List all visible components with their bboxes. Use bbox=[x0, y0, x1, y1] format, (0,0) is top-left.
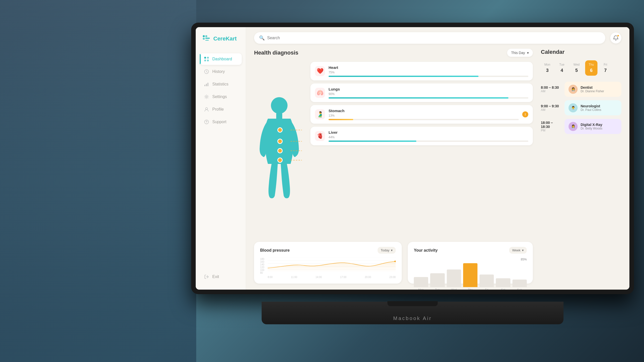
laptop-bezel: CereKart D bbox=[191, 23, 634, 294]
svg-point-24 bbox=[278, 158, 282, 162]
cal-day-tue[interactable]: Tue 4 bbox=[556, 60, 568, 76]
activity-title: Your activity bbox=[414, 248, 438, 253]
act-label-mon: Mon bbox=[418, 288, 424, 290]
bp-x-1400: 14:00 bbox=[315, 276, 322, 279]
appointment-dentist: 8:00 – 8:30 AM 👩‍⚕️ Dentist Dr. Dianne F… bbox=[541, 82, 621, 97]
search-input[interactable] bbox=[267, 36, 600, 40]
organ-card-lungs: 🫁 Lungs 90% bbox=[310, 83, 533, 102]
heart-bar bbox=[329, 76, 528, 77]
stomach-bar bbox=[329, 119, 519, 120]
activity-bars: Mon Tue We bbox=[414, 263, 527, 290]
laptop-notch bbox=[387, 301, 438, 306]
history-icon bbox=[204, 69, 209, 74]
header: 🔍 bbox=[246, 27, 629, 49]
act-label-tue: Tue bbox=[435, 288, 440, 290]
act-bar-col-sat: Sat bbox=[496, 263, 510, 290]
logo-icon bbox=[202, 34, 211, 43]
health-section-header: Health diagnosis This Day ▾ bbox=[254, 49, 533, 57]
app-container: CereKart D bbox=[196, 27, 629, 290]
appt-time-period-neurologist: AM bbox=[541, 108, 561, 112]
bp-y-120: 120 bbox=[260, 266, 267, 269]
diagnosis-content: ❤️ Heart 75% bbox=[254, 62, 533, 236]
bp-svg bbox=[268, 258, 396, 273]
bp-title: Blood pressure bbox=[260, 248, 290, 253]
appt-time-neurologist: 9:00 – 9:30 AM bbox=[541, 104, 561, 112]
bp-filter[interactable]: Today ▾ bbox=[378, 247, 396, 254]
exit-icon bbox=[204, 274, 209, 280]
act-bar-fri bbox=[479, 275, 494, 287]
bp-y-80: 80 bbox=[260, 272, 267, 274]
act-label-wed: Wed bbox=[451, 288, 457, 290]
content-area: Health diagnosis This Day ▾ bbox=[246, 49, 629, 290]
svg-point-2 bbox=[203, 38, 205, 40]
svg-rect-7 bbox=[204, 60, 206, 61]
cal-day-fri[interactable]: Fri 7 bbox=[599, 60, 612, 76]
bp-y-160: 160 bbox=[260, 260, 267, 263]
bottom-charts: Blood pressure Today ▾ bbox=[254, 236, 533, 284]
liver-info: Liver 44% bbox=[329, 130, 528, 142]
svg-point-22 bbox=[278, 139, 282, 144]
heart-pct: 75% bbox=[329, 71, 528, 74]
day-selector[interactable]: This Day ▾ bbox=[507, 49, 533, 57]
lungs-info: Lungs 90% bbox=[329, 87, 528, 99]
sidebar-item-statistics[interactable]: Statistics bbox=[200, 78, 242, 90]
liver-bar-fill bbox=[329, 141, 416, 142]
notification-button[interactable] bbox=[610, 32, 621, 43]
appt-card-neurologist: 👨‍⚕️ Neurologist Dr. Paul Collins bbox=[565, 100, 621, 115]
sidebar-item-history[interactable]: History bbox=[200, 66, 242, 77]
bp-y-100: 100 bbox=[260, 269, 267, 272]
liver-bar bbox=[329, 141, 528, 142]
bp-x-axis: 8:00 11:00 14:00 17:00 20:00 23:00 bbox=[268, 276, 396, 279]
cal-day-name-mon: Mon bbox=[544, 63, 550, 66]
stomach-pct: 13% bbox=[329, 114, 519, 117]
cal-day-mon[interactable]: Mon 3 bbox=[541, 60, 554, 76]
sidebar: CereKart D bbox=[196, 27, 246, 290]
calendar-section: Calendar Mon 3 Tue 4 bbox=[541, 49, 621, 284]
act-bar-col-wed: Wed bbox=[447, 263, 461, 290]
svg-point-0 bbox=[203, 35, 205, 37]
sidebar-item-profile[interactable]: Profile bbox=[200, 104, 242, 115]
appt-time-period-dentist: AM bbox=[541, 89, 561, 93]
body-figure bbox=[254, 62, 304, 236]
sidebar-label-profile: Profile bbox=[212, 107, 224, 112]
nav-items: Dashboard History bbox=[200, 53, 242, 271]
laptop-screen: CereKart D bbox=[196, 27, 629, 290]
sidebar-item-dashboard[interactable]: Dashboard bbox=[200, 53, 242, 65]
dashboard-icon bbox=[204, 56, 209, 62]
stomach-name: Stomach bbox=[329, 109, 519, 113]
calendar-days: Mon 3 Tue 4 Wed 5 bbox=[541, 60, 621, 76]
svg-rect-3 bbox=[205, 38, 210, 39]
organ-card-heart: ❤️ Heart 75% bbox=[310, 62, 533, 80]
activity-chart-area: 85% Mon Tue bbox=[414, 258, 527, 290]
sidebar-label-support: Support bbox=[212, 120, 226, 124]
sidebar-item-support[interactable]: Support bbox=[200, 116, 242, 128]
cal-day-num-thu: 6 bbox=[590, 68, 592, 73]
act-bar-col-tue: Tue bbox=[430, 263, 445, 290]
appointment-neurologist: 9:00 – 9:30 AM 👨‍⚕️ Neurologist Dr. Paul… bbox=[541, 100, 621, 115]
sidebar-item-settings[interactable]: Settings bbox=[200, 91, 242, 103]
liver-name: Liver bbox=[329, 130, 528, 134]
stomach-bar-fill bbox=[329, 119, 353, 120]
logo-text: CereKart bbox=[213, 35, 237, 42]
lungs-pct: 90% bbox=[329, 92, 528, 96]
cal-day-wed[interactable]: Wed 5 bbox=[570, 60, 583, 76]
cal-day-thu[interactable]: Thu 6 bbox=[585, 60, 597, 76]
stomach-info: Stomach 13% bbox=[329, 109, 519, 120]
svg-rect-12 bbox=[208, 83, 208, 86]
appt-time-val-xray: 18:00 – 18:30 bbox=[541, 121, 561, 129]
appt-type-dentist: Dentist bbox=[581, 85, 604, 89]
appt-info-xray: Digital X-Ray Dr. Betty Woods bbox=[581, 123, 602, 130]
chevron-down-icon: ▾ bbox=[527, 51, 529, 55]
act-label-fri: Fri bbox=[485, 288, 488, 290]
search-bar[interactable]: 🔍 bbox=[254, 32, 605, 44]
appt-time-val-neurologist: 9:00 – 9:30 bbox=[541, 104, 561, 108]
sidebar-item-exit[interactable]: Exit bbox=[200, 271, 242, 283]
svg-rect-16 bbox=[276, 113, 282, 119]
bp-x-1700: 17:00 bbox=[340, 276, 346, 279]
appt-info-dentist: Dentist Dr. Dianne Fisher bbox=[581, 85, 604, 93]
heart-name: Heart bbox=[329, 65, 528, 70]
stomach-icon: 🫃 bbox=[315, 109, 325, 119]
appointment-xray: 18:00 – 18:30 PM 👩‍⚕️ Digital X-Ray Dr. … bbox=[541, 119, 621, 134]
activity-filter[interactable]: Week ▾ bbox=[509, 247, 527, 254]
organ-card-stomach: 🫃 Stomach 13% ! bbox=[310, 105, 533, 124]
